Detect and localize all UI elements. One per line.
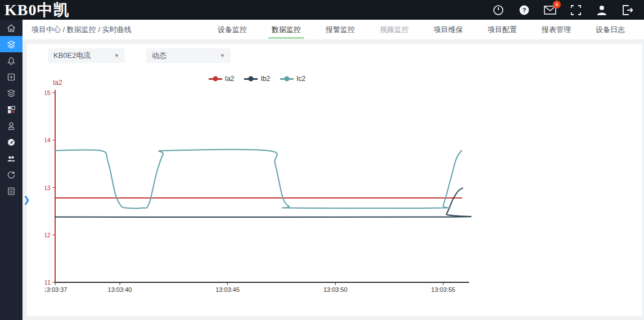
svg-text:13: 13 [45,184,51,191]
layers-icon [7,40,16,49]
legend-item-Ic2[interactable]: Ic2 [280,75,305,83]
sidebar-expand-chevron-icon[interactable]: ❯ [23,195,30,204]
sync-icon [7,170,16,179]
svg-text:12: 12 [45,232,51,238]
sidebar-item-dashboard[interactable] [0,101,22,118]
top-nav-tabs: 设备监控 数据监控 报警监控 视频监控 项目维保 项目配置 报表管理 设备日志 [205,20,644,40]
tab-project-maintenance[interactable]: 项目维保 [421,20,475,40]
sidebar-item-stack[interactable] [0,85,22,101]
mode-select-value: 动态 [152,51,166,61]
power-icon[interactable] [492,4,505,16]
log-icon [7,187,16,196]
breadcrumb: 项目中心 / 数据监控 / 实时曲线 [22,25,132,35]
realtime-chart-svg: 1112131415Ia213:03:3713:03:4013:03:4513:… [45,78,489,298]
svg-text:13:03:37: 13:03:37 [45,286,67,293]
logout-icon[interactable] [622,4,634,16]
tab-project-config[interactable]: 项目配置 [475,20,529,40]
sidebar-item-alarm[interactable] [0,52,22,69]
sidebar-item-home[interactable] [0,20,22,36]
fullscreen-icon[interactable] [570,4,582,16]
device-select[interactable]: KB0E2电流 ▼ [48,48,125,63]
svg-text:13:03:40: 13:03:40 [108,286,132,293]
sidebar-item-user[interactable] [0,118,22,134]
chevron-down-icon: ▼ [220,53,225,58]
legend-marker-icon [280,78,294,80]
tab-alarm-monitor[interactable]: 报警监控 [313,20,367,40]
help-icon[interactable]: ? [518,4,530,16]
legend-label: Ib2 [260,75,270,83]
gauge-icon [7,138,16,147]
breadcrumb-tab-bar: 项目中心 / 数据监控 / 实时曲线 设备监控 数据监控 报警监控 视频监控 项… [22,20,644,39]
app-logo: KB0中凯 [0,0,69,20]
chart-legend: Ia2Ib2Ic2 [45,75,469,83]
tab-device-log[interactable]: 设备日志 [583,20,637,40]
legend-item-Ia2[interactable]: Ia2 [209,75,235,83]
svg-text:11: 11 [45,279,51,286]
svg-text:?: ? [523,7,526,13]
bell-icon [7,56,16,65]
legend-marker-icon [209,78,222,80]
sidebar-item-sync[interactable] [0,166,22,183]
stack-icon [7,89,16,98]
realtime-chart: Ia2Ib2Ic2 1112131415Ia213:03:3713:03:401… [45,75,489,300]
filter-row: KB0E2电流 ▼ 动态 ▼ [27,44,642,63]
tab-device-monitor[interactable]: 设备监控 [205,20,259,40]
dashboard-icon [7,105,16,114]
content-panel: KB0E2电流 ▼ 动态 ▼ Ia2Ib2Ic2 1112131415Ia213… [27,44,642,316]
svg-text:14: 14 [45,137,51,143]
sidebar-nav [0,20,22,320]
team-icon [7,154,16,163]
sidebar-item-log[interactable] [0,183,22,199]
mode-select[interactable]: 动态 ▼ [146,48,231,63]
home-icon [7,24,16,33]
svg-text:13:03:45: 13:03:45 [215,286,240,293]
user-icon [7,121,16,130]
header-icon-group: ? 6 [492,4,644,16]
tab-video-monitor[interactable]: 视频监控 [367,20,421,40]
app-header: KB0中凯 ? 6 [0,0,644,20]
sidebar-item-add-window[interactable] [0,69,22,85]
device-select-value: KB0E2电流 [53,51,91,61]
legend-label: Ia2 [225,75,235,83]
tab-report-management[interactable]: 报表管理 [529,20,583,40]
svg-text:13:03:55: 13:03:55 [431,286,456,293]
mail-badge: 6 [553,1,561,8]
svg-text:15: 15 [45,89,51,96]
svg-text:13:03:50: 13:03:50 [323,286,348,293]
legend-marker-icon [244,78,258,80]
sidebar-item-data-monitor[interactable] [0,36,22,52]
tab-data-monitor[interactable]: 数据监控 [259,20,313,40]
chevron-down-icon: ▼ [114,53,119,58]
legend-label: Ic2 [296,75,305,83]
sidebar-item-gauge[interactable] [0,134,22,150]
user-icon[interactable] [596,4,608,16]
legend-item-Ib2[interactable]: Ib2 [244,75,270,83]
mail-icon[interactable]: 6 [544,4,556,16]
add-window-icon [7,73,16,82]
sidebar-item-team[interactable] [0,150,22,166]
